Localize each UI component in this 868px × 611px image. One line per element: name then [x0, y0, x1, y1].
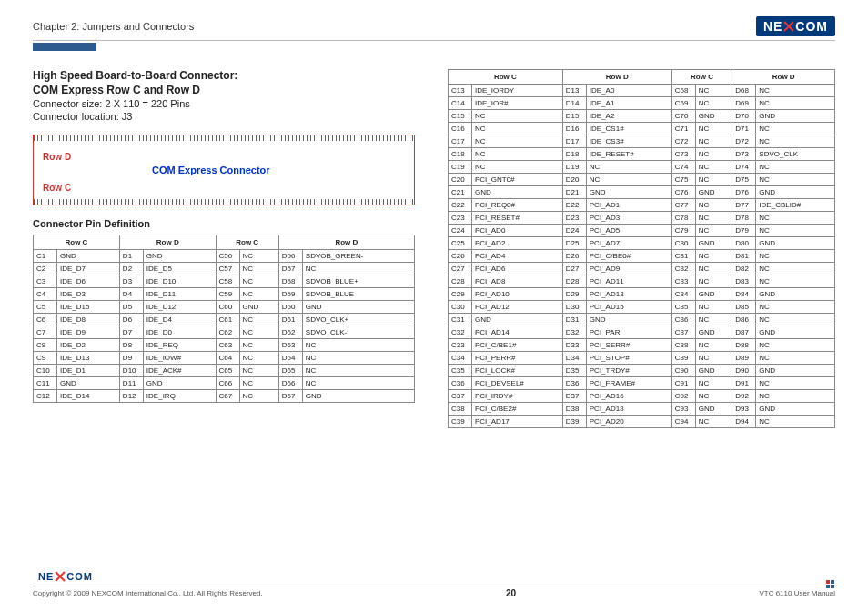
pin-signal: IDE_D6 — [57, 275, 120, 288]
table-row: C33PCI_C/BE1#D33PCI_SERR#C88NCD88NC — [449, 339, 835, 352]
pin-id: C91 — [671, 377, 695, 390]
pin-id: C64 — [216, 352, 239, 365]
pin-signal: NC — [239, 275, 278, 288]
chapter-title: Chapter 2: Jumpers and Connectors — [33, 21, 194, 32]
pin-id: D59 — [278, 288, 302, 301]
pin-signal: GND — [57, 250, 120, 263]
th-rowc: Row C — [216, 235, 278, 250]
pin-id: C90 — [671, 365, 695, 377]
pin-id: C57 — [216, 263, 239, 275]
pin-id: C65 — [216, 365, 239, 377]
pin-id: D32 — [562, 326, 586, 339]
pin-signal: NC — [756, 174, 835, 186]
pin-signal: IDE_A0 — [586, 85, 671, 97]
pin-id: C6 — [34, 314, 57, 326]
pin-signal: NC — [756, 225, 835, 237]
diagram-rowd-label: Row D — [43, 152, 71, 162]
pin-id: C1 — [34, 250, 57, 263]
pin-id: D79 — [732, 225, 756, 237]
table-row: C22PCI_REQ0#D22PCI_AD1C77NCD77IDE_CBLID# — [449, 199, 835, 212]
pin-id: C69 — [671, 97, 695, 110]
table-row: C23PCI_RESET#D23PCI_AD3C78NCD78NC — [449, 212, 835, 225]
pin-signal: PCI_AD6 — [472, 263, 563, 275]
pin-signal: PCI_AD11 — [586, 275, 671, 288]
pin-table-left: Row C Row D Row C Row D C1GNDD1GNDC56NCD… — [33, 235, 415, 403]
pin-id: C70 — [671, 110, 695, 123]
pin-signal: NC — [302, 352, 414, 365]
pin-signal: PCI_AD14 — [472, 326, 563, 339]
pin-signal: PCI_AD3 — [586, 212, 671, 225]
pin-signal: IDE_D11 — [143, 288, 216, 301]
pin-signal: GND — [143, 377, 216, 390]
pin-signal: NC — [302, 365, 414, 377]
pin-id: C17 — [449, 135, 472, 148]
pin-signal: NC — [695, 352, 732, 365]
pin-id: D35 — [562, 365, 586, 377]
pin-id: C11 — [34, 377, 57, 390]
pin-id: D22 — [562, 199, 586, 212]
pin-id: D13 — [562, 85, 586, 97]
pin-signal: IDE_CBLID# — [756, 199, 835, 212]
pin-id: C8 — [34, 339, 57, 352]
pin-signal: NC — [756, 85, 835, 97]
pin-id: C34 — [449, 352, 472, 365]
pin-id: D65 — [278, 365, 302, 377]
pin-signal: PCI_AD2 — [472, 237, 563, 250]
logo-top: NECOM — [756, 16, 835, 36]
pin-id: D19 — [562, 161, 586, 174]
table-row: C16NCD16IDE_CS1#C71NCD71NC — [449, 123, 835, 135]
table-row: C29PCI_AD10D29PCI_AD13C84GNDD84GND — [449, 288, 835, 301]
pin-id: D15 — [562, 110, 586, 123]
pin-id: C74 — [671, 161, 695, 174]
pin-id: C16 — [449, 123, 472, 135]
pin-signal: NC — [756, 161, 835, 174]
pin-id: D56 — [278, 250, 302, 263]
pin-signal: NC — [695, 377, 732, 390]
pin-signal: IDE_IORDY — [472, 85, 563, 97]
pin-id: D12 — [119, 390, 143, 403]
pin-id: D92 — [732, 390, 756, 403]
pin-id: C76 — [671, 186, 695, 199]
pin-id: C84 — [671, 288, 695, 301]
table-row: C25PCI_AD2D25PCI_AD7C80GNDD80GND — [449, 237, 835, 250]
pin-signal: NC — [239, 352, 278, 365]
pin-signal: NC — [695, 135, 732, 148]
pin-id: D82 — [732, 263, 756, 275]
pin-signal: IDE_RESET# — [586, 148, 671, 161]
pin-id: C36 — [449, 377, 472, 390]
pin-signal: IDE_A2 — [586, 110, 671, 123]
pin-id: D66 — [278, 377, 302, 390]
pin-signal: NC — [472, 161, 563, 174]
pin-id: D11 — [119, 377, 143, 390]
page-header: Chapter 2: Jumpers and Connectors NECOM — [33, 16, 835, 41]
pin-id: C24 — [449, 225, 472, 237]
pin-signal: PCI_AD12 — [472, 301, 563, 314]
diagram-rowc-label: Row C — [43, 183, 71, 193]
pin-id: C75 — [671, 174, 695, 186]
table-row: C1GNDD1GNDC56NCD56SDVOB_GREEN- — [34, 250, 415, 263]
pin-signal: NC — [239, 326, 278, 339]
pin-signal: NC — [756, 314, 835, 326]
pin-signal: NC — [302, 377, 414, 390]
pin-id: C62 — [216, 326, 239, 339]
table-row: C24PCI_AD0D24PCI_AD5C79NCD79NC — [449, 225, 835, 237]
pin-id: C9 — [34, 352, 57, 365]
pin-signal: IDE_ACK# — [143, 365, 216, 377]
pin-signal: NC — [756, 135, 835, 148]
th-rowc: Row C — [34, 235, 120, 250]
pin-id: D72 — [732, 135, 756, 148]
pin-id: C38 — [449, 403, 472, 416]
pin-signal: GND — [756, 403, 835, 416]
pin-id: C89 — [671, 352, 695, 365]
table-row: C31GNDD31GNDC86NCD86NC — [449, 314, 835, 326]
pin-signal: GND — [695, 186, 732, 199]
th-rowd: Row D — [119, 235, 216, 250]
pin-signal: PCI_IRDY# — [472, 390, 563, 403]
pin-signal: GND — [57, 377, 120, 390]
pin-signal: NC — [695, 199, 732, 212]
pin-signal: NC — [695, 161, 732, 174]
pin-id: C32 — [449, 326, 472, 339]
pin-signal: PCI_AD4 — [472, 250, 563, 263]
pin-id: D63 — [278, 339, 302, 352]
pin-id: D81 — [732, 250, 756, 263]
